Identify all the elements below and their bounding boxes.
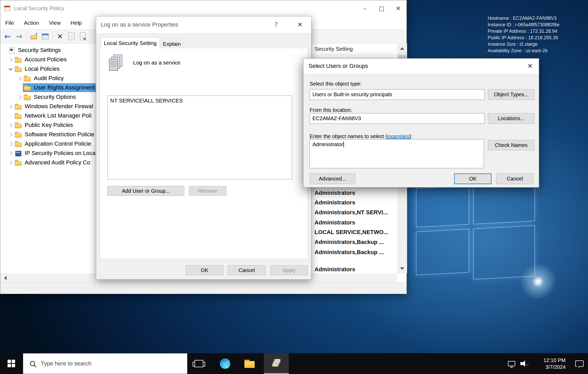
tree-item-windows-defender-firewall[interactable]: Windows Defender Firewal [0, 102, 98, 111]
list-item[interactable]: LOCAL SERVICE,NETWO... [315, 229, 388, 236]
search-icon [30, 361, 35, 366]
member-entry[interactable]: NT SERVICE\ALL SERVICES [108, 96, 292, 106]
chevron-right-icon[interactable] [7, 122, 14, 128]
minimize-button[interactable] [357, 0, 373, 16]
taskbar-search[interactable]: Type here to search [23, 353, 187, 374]
list-item[interactable]: Administrators [315, 219, 355, 226]
location-label: From this location: [310, 107, 352, 113]
tree-item-ip-security-policies[interactable]: IP Security Policies on Loca [0, 149, 98, 158]
tree-item-account-policies[interactable]: Account Policies [0, 55, 98, 64]
tree-item-network-list-manager[interactable]: Network List Manager Poli [0, 111, 98, 120]
text-caret [343, 141, 344, 147]
list-item[interactable]: Administrators [315, 266, 355, 273]
volume-tray-button[interactable]: ✕ [518, 353, 531, 374]
chevron-right-icon[interactable] [16, 94, 23, 100]
tree-item-local-policies[interactable]: Local Policies [0, 64, 98, 74]
start-button[interactable] [0, 353, 23, 374]
tree-item-software-restriction[interactable]: Software Restriction Policie [0, 130, 98, 139]
network-tray-button[interactable] [505, 353, 518, 374]
tab-explain[interactable]: Explain [161, 39, 183, 48]
chevron-right-icon[interactable] [7, 103, 14, 110]
taskbar-clock[interactable]: 12:10 PM 3/7/2024 [532, 353, 567, 374]
ok-button[interactable]: OK [454, 173, 492, 184]
search-placeholder: Type here to search [41, 360, 91, 367]
delete-button[interactable] [54, 30, 66, 42]
info-hostname: Hostname : EC2AMAZ-FAN98V3 [488, 15, 559, 22]
scroll-down-button[interactable] [397, 263, 407, 273]
list-item[interactable]: Administrators,Backup ... [315, 239, 384, 246]
folder-icon [15, 131, 22, 138]
status-bar [0, 282, 407, 294]
members-listbox[interactable]: NT SERVICE\ALL SERVICES [107, 95, 292, 179]
list-item[interactable]: Administrators [315, 199, 355, 206]
file-explorer-icon [244, 360, 254, 367]
tree-item-security-options[interactable]: Security Options [0, 92, 98, 102]
location-field[interactable]: EC2AMAZ-FAN98V3 [310, 113, 485, 124]
policy-name: Log on as a service [133, 60, 180, 66]
cancel-button[interactable]: Cancel [496, 173, 534, 184]
scroll-up-icon [400, 47, 404, 50]
console-window-icon [42, 34, 49, 39]
back-button[interactable] [2, 30, 13, 42]
properties-button[interactable] [66, 30, 77, 42]
tree-item-user-rights-assignment[interactable]: User Rights Assignment [0, 83, 98, 92]
up-level-button[interactable] [28, 30, 40, 42]
object-type-field[interactable]: Users or Built-in security principals [310, 89, 485, 100]
locations-button[interactable]: Locations... [488, 113, 534, 124]
dialog-title-bar[interactable]: Select Users or Groups [303, 59, 539, 74]
add-user-or-group-button[interactable]: Add User or Group... [107, 186, 184, 196]
folder-icon [15, 121, 22, 129]
folder-up-icon [30, 34, 37, 39]
tree-item-audit-policy[interactable]: Audit Policy [0, 74, 98, 83]
scroll-down-icon [400, 267, 404, 270]
list-item[interactable]: Administrators [315, 190, 355, 196]
ec2-instance-info: Hostname : EC2AMAZ-FAN98V3 Instance ID :… [488, 15, 559, 54]
remove-button[interactable]: Remove [189, 186, 226, 196]
scroll-left-button[interactable] [0, 273, 10, 282]
close-button[interactable] [292, 16, 308, 33]
column-security-setting[interactable]: Security Setting [315, 46, 353, 52]
cancel-button[interactable]: Cancel [228, 265, 265, 275]
chevron-down-icon[interactable] [7, 66, 14, 72]
export-list-button[interactable] [77, 30, 89, 42]
console-tree-button[interactable] [40, 30, 51, 42]
title-bar[interactable]: Local Security Policy [0, 0, 407, 16]
local-security-policy-taskbar-button[interactable] [264, 353, 289, 374]
maximize-button[interactable] [373, 0, 390, 16]
forward-button[interactable] [13, 30, 25, 42]
object-names-textarea[interactable]: Administrator [310, 139, 484, 168]
menu-help[interactable]: Help [66, 20, 87, 26]
menu-view[interactable]: View [44, 20, 66, 26]
close-button[interactable] [523, 59, 537, 74]
help-button[interactable] [269, 16, 283, 33]
tree-item-security-settings[interactable]: Security Settings [0, 46, 98, 55]
menu-action[interactable]: Action [19, 20, 44, 26]
chevron-right-icon[interactable] [7, 131, 14, 138]
scroll-up-button[interactable] [397, 43, 407, 53]
file-explorer-button[interactable] [239, 353, 260, 374]
tree-item-public-key-policies[interactable]: Public Key Policies [0, 120, 98, 130]
chevron-right-icon[interactable] [16, 75, 23, 82]
check-names-button[interactable]: Check Names [488, 140, 534, 150]
list-item[interactable]: Administrators,Backup ... [315, 249, 384, 256]
chevron-right-icon[interactable] [7, 56, 14, 63]
object-types-button[interactable]: Object Types... [488, 89, 534, 100]
tree-item-advanced-audit[interactable]: Advanced Audit Policy Co [0, 158, 98, 167]
close-button[interactable] [390, 0, 407, 16]
chevron-right-icon[interactable] [7, 150, 14, 157]
menu-file[interactable]: File [0, 20, 19, 26]
chevron-right-icon[interactable] [7, 140, 14, 147]
list-item[interactable]: Administrators,NT SERVI... [315, 209, 388, 216]
caption-buttons [357, 0, 407, 16]
tree-item-application-control[interactable]: Application Control Policie [0, 139, 98, 149]
task-view-button[interactable] [188, 353, 209, 374]
apply-button[interactable]: Apply [270, 265, 308, 275]
ok-button[interactable]: OK [186, 265, 223, 275]
windows-logo-wallpaper [416, 176, 538, 289]
examples-link[interactable]: examples [387, 133, 409, 139]
edge-button[interactable] [215, 353, 236, 374]
action-center-button[interactable] [571, 353, 588, 374]
chevron-right-icon[interactable] [7, 159, 14, 166]
advanced-button[interactable]: Advanced... [310, 173, 355, 184]
tab-local-security-setting[interactable]: Local Security Setting [101, 37, 160, 48]
